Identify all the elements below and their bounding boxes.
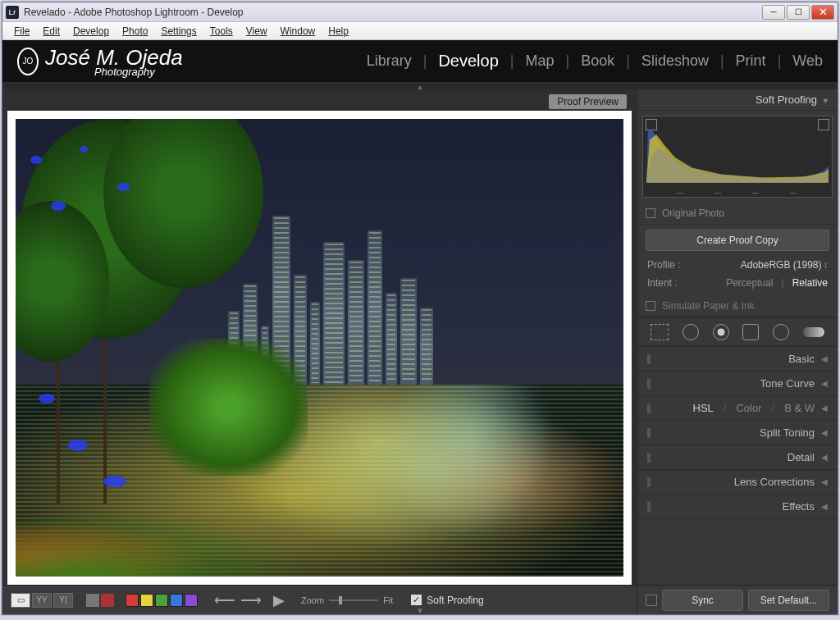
top-panel-expand[interactable]: ▲ (2, 83, 838, 89)
module-develop[interactable]: Develop (438, 52, 498, 71)
section-effects[interactable]: Effects◀ (637, 495, 838, 519)
right-panel: Soft Proofing Original (637, 89, 838, 585)
photo-preview (16, 119, 623, 577)
menu-view[interactable]: View (240, 24, 274, 39)
module-library[interactable]: Library (367, 52, 412, 70)
main-area: Proof Preview (2, 89, 838, 585)
app-icon: Lr (6, 6, 19, 19)
menu-help[interactable]: Help (322, 24, 355, 39)
intent-perceptual[interactable]: Perceptual (726, 277, 773, 289)
radial-tool-icon[interactable] (773, 324, 789, 340)
create-proof-copy-button[interactable]: Create Proof Copy (646, 230, 829, 251)
intent-relative[interactable]: Relative (792, 277, 828, 289)
module-print[interactable]: Print (736, 52, 766, 70)
view-mode-group: ▭ YY Y| (11, 593, 73, 608)
panel-header-soft-proofing[interactable]: Soft Proofing (637, 89, 838, 111)
soft-proofing-toggle[interactable]: ✓ Soft Proofing (411, 595, 483, 606)
soft-proofing-label: Soft Proofing (427, 595, 483, 606)
color-label-blue[interactable] (170, 594, 183, 607)
checkbox-icon (646, 301, 655, 311)
menu-settings[interactable]: Settings (154, 24, 203, 39)
crop-tool-icon[interactable] (651, 324, 669, 340)
lightroom-body: JO José M. Ojeda Photography Library| De… (2, 40, 838, 614)
original-photo-label: Original Photo (662, 207, 724, 219)
intent-label: Intent : (647, 277, 718, 289)
color-label-group (126, 594, 198, 607)
zoom-slider[interactable] (329, 599, 378, 601)
section-tone-curve[interactable]: Tone Curve◀ (637, 372, 838, 396)
canvas[interactable] (7, 111, 632, 585)
prev-photo-icon[interactable]: ⟵ (214, 591, 235, 609)
checkbox-icon (646, 208, 655, 218)
redeye-tool-icon[interactable] (713, 324, 729, 340)
logo-icon: JO (17, 48, 39, 75)
module-picker: Library| Develop| Map| Book| Slideshow| … (367, 52, 823, 71)
set-default-button[interactable]: Set Default... (748, 590, 829, 611)
simulate-paper-ink-check[interactable]: Simulate Paper & Ink (637, 295, 838, 317)
menu-file[interactable]: File (7, 24, 36, 39)
menu-tools[interactable]: Tools (203, 24, 240, 39)
simulate-label: Simulate Paper & Ink (662, 300, 755, 312)
preview-area: Proof Preview (2, 89, 637, 585)
app-window: Lr Revelado - Adobe Photoshop Lightroom … (2, 2, 838, 615)
profile-label: Profile : (647, 259, 681, 271)
menu-photo[interactable]: Photo (116, 24, 154, 39)
module-book[interactable]: Book (581, 52, 614, 70)
minimize-button[interactable]: ─ (762, 5, 785, 20)
menubar: File Edit Develop Photo Settings Tools V… (2, 22, 838, 40)
profile-value[interactable]: AdobeRGB (1998) (741, 259, 828, 271)
zoom-label: Zoom (301, 595, 324, 605)
section-detail[interactable]: Detail◀ (637, 445, 838, 470)
flag-reject-icon[interactable] (101, 594, 114, 607)
nav-group: ⟵ ⟶ ▶ (214, 591, 285, 609)
menu-window[interactable]: Window (274, 24, 322, 39)
before-after-split-button[interactable]: Y| (53, 593, 73, 608)
module-slideshow[interactable]: Slideshow (641, 52, 709, 70)
menu-edit[interactable]: Edit (36, 24, 66, 39)
flag-group (86, 594, 114, 607)
flag-pick-icon[interactable] (86, 594, 99, 607)
proof-preview-badge[interactable]: Proof Preview (549, 94, 627, 109)
histogram[interactable] (642, 116, 833, 198)
module-web[interactable]: Web (792, 52, 823, 70)
titlebar[interactable]: Lr Revelado - Adobe Photoshop Lightroom … (2, 2, 838, 22)
grad-tool-icon[interactable] (742, 324, 759, 340)
loupe-view-button[interactable]: ▭ (11, 593, 30, 608)
play-icon[interactable]: ▶ (273, 591, 285, 609)
section-lens-corrections[interactable]: Lens Corrections◀ (637, 470, 838, 495)
tool-strip (637, 317, 838, 347)
spot-tool-icon[interactable] (682, 324, 699, 340)
window-title: Revelado - Adobe Photoshop Lightroom - D… (24, 7, 244, 18)
color-label-green[interactable] (155, 594, 168, 607)
check-icon: ✓ (411, 595, 422, 605)
maximize-button[interactable]: ☐ (787, 5, 810, 20)
bottom-toolbar: ▭ YY Y| ⟵ ⟶ ▶ (2, 585, 838, 614)
module-map[interactable]: Map (525, 52, 554, 70)
fit-label: Fit (383, 595, 393, 605)
color-label-red[interactable] (126, 594, 139, 607)
zoom-control[interactable]: Zoom Fit (301, 595, 393, 605)
identity-plate[interactable]: JO José M. Ojeda Photography (17, 45, 183, 78)
color-label-purple[interactable] (185, 594, 198, 607)
section-split-toning[interactable]: Split Toning◀ (637, 421, 838, 445)
original-photo-check[interactable]: Original Photo (637, 203, 838, 225)
module-header: JO José M. Ojeda Photography Library| De… (2, 40, 838, 83)
before-after-y-button[interactable]: YY (32, 593, 52, 608)
next-photo-icon[interactable]: ⟶ (240, 591, 262, 609)
section-basic[interactable]: Basic◀ (637, 347, 838, 372)
close-button[interactable]: ✕ (811, 5, 834, 20)
sync-button[interactable]: Sync (662, 590, 743, 611)
filmstrip-expand[interactable]: ▼ (416, 606, 424, 615)
color-label-yellow[interactable] (140, 594, 153, 607)
preview-switch-icon[interactable] (646, 595, 657, 606)
menu-develop[interactable]: Develop (66, 24, 116, 39)
section-hsl[interactable]: HSL/ Color/ B & W◀ (637, 396, 838, 421)
brush-tool-icon[interactable] (803, 327, 824, 337)
